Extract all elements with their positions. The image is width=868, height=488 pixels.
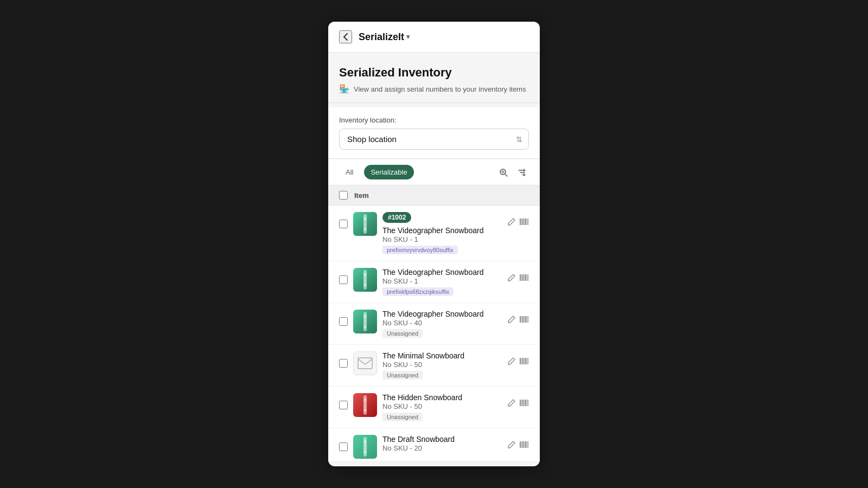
- svg-rect-29: [522, 316, 524, 323]
- barcode-icon-4[interactable]: [519, 357, 529, 368]
- item-checkbox-1[interactable]: [339, 220, 348, 228]
- svg-rect-33: [528, 316, 528, 323]
- svg-rect-48: [522, 400, 524, 406]
- table-row: The Videographer Snowboard No SKU - 1 pr…: [328, 261, 540, 303]
- svg-rect-60: [524, 441, 525, 448]
- svg-rect-40: [527, 358, 527, 364]
- search-filter-button[interactable]: [496, 165, 510, 179]
- page-title: Serialized Inventory: [339, 66, 529, 80]
- barcode-icon-2[interactable]: [519, 273, 529, 284]
- item-image-6: [353, 435, 377, 459]
- svg-rect-52: [528, 400, 528, 406]
- svg-rect-46: [520, 400, 521, 406]
- item-actions-1: [507, 217, 529, 228]
- svg-rect-8: [524, 219, 525, 225]
- location-label: Inventory location:: [339, 116, 529, 124]
- item-image-1: [353, 212, 377, 236]
- svg-rect-58: [521, 441, 522, 448]
- svg-rect-11: [528, 219, 528, 225]
- item-checkbox-2[interactable]: [339, 275, 348, 284]
- serial-badge-1: prefixmvyvrvdvoy80suffix: [382, 246, 458, 254]
- svg-rect-38: [524, 358, 525, 364]
- location-section: Inventory location: Shop location ⇅: [328, 107, 540, 159]
- svg-rect-5: [520, 219, 521, 225]
- svg-point-55: [364, 441, 366, 442]
- item-details-3: The Videographer Snowboard No SKU - 40 U…: [382, 310, 502, 338]
- item-sku-1: No SKU - 1: [382, 235, 502, 243]
- item-actions-6: [507, 440, 529, 451]
- tab-all[interactable]: All: [339, 165, 360, 179]
- svg-rect-9: [525, 219, 526, 225]
- svg-point-45: [364, 409, 366, 411]
- item-checkbox-4[interactable]: [339, 359, 348, 368]
- edit-icon-4[interactable]: [507, 357, 516, 368]
- item-image-4: [353, 351, 377, 375]
- item-sku-6: No SKU - 20: [382, 444, 502, 452]
- item-sku-3: No SKU - 40: [382, 319, 502, 327]
- edit-icon-3[interactable]: [507, 315, 516, 326]
- item-checkbox-5[interactable]: [339, 401, 348, 409]
- edit-icon-2[interactable]: [507, 273, 516, 284]
- item-sku-4: No SKU - 50: [382, 361, 502, 369]
- location-select-wrapper: Shop location ⇅: [339, 129, 529, 150]
- item-actions-2: [507, 273, 529, 284]
- item-details-6: The Draft Snowboard No SKU - 20: [382, 435, 502, 452]
- svg-rect-62: [527, 441, 527, 448]
- svg-rect-28: [521, 316, 522, 323]
- item-checkbox-6[interactable]: [339, 442, 348, 451]
- filter-bar: All Serializable: [328, 159, 540, 185]
- svg-point-26: [364, 326, 366, 328]
- table-row: #1002 The Videographer Snowboard No SKU …: [328, 206, 540, 261]
- edit-icon-5[interactable]: [507, 399, 516, 409]
- svg-rect-34: [358, 358, 372, 369]
- svg-rect-17: [521, 274, 522, 281]
- svg-rect-21: [527, 274, 527, 281]
- serial-badge-2: prefixkfps68zxzqiksuffix: [382, 287, 454, 296]
- item-sku-2: No SKU - 1: [382, 277, 502, 285]
- table-row: The Minimal Snowboard No SKU - 50 Unassi…: [328, 345, 540, 387]
- table-row: The Draft Snowboard No SKU - 20: [328, 428, 540, 461]
- unassigned-badge-5: Unassigned: [382, 413, 423, 421]
- tab-serializable[interactable]: Serializable: [364, 165, 413, 179]
- edit-icon-6[interactable]: [507, 440, 516, 451]
- svg-rect-16: [520, 274, 521, 281]
- item-name-2: The Videographer Snowboard: [382, 268, 502, 277]
- select-all-checkbox[interactable]: [339, 191, 348, 200]
- items-list: #1002 The Videographer Snowboard No SKU …: [328, 206, 540, 461]
- item-actions-3: [507, 315, 529, 326]
- item-name-3: The Videographer Snowboard: [382, 310, 502, 318]
- item-group-1002: #1002 The Videographer Snowboard No SKU …: [328, 206, 540, 261]
- item-name-5: The Hidden Snowboard: [382, 393, 502, 402]
- svg-point-44: [364, 399, 366, 401]
- edit-icon-1[interactable]: [507, 217, 516, 228]
- svg-point-25: [364, 316, 366, 317]
- svg-rect-22: [528, 274, 528, 281]
- item-image-3: [353, 310, 377, 333]
- back-button[interactable]: [339, 30, 352, 43]
- barcode-icon-6[interactable]: [519, 440, 529, 451]
- svg-rect-10: [527, 219, 527, 225]
- svg-rect-6: [521, 219, 522, 225]
- svg-rect-30: [524, 316, 525, 323]
- table-row: The Videographer Snowboard No SKU - 40 U…: [328, 303, 540, 345]
- barcode-icon-3[interactable]: [519, 315, 529, 326]
- barcode-icon-5[interactable]: [519, 399, 529, 409]
- app-chevron-icon: ▾: [406, 33, 410, 41]
- svg-point-3: [364, 218, 366, 220]
- table-header: Item: [328, 185, 540, 206]
- svg-rect-57: [520, 441, 521, 448]
- svg-point-56: [364, 451, 366, 453]
- column-item-label: Item: [354, 191, 369, 200]
- svg-rect-31: [525, 316, 526, 323]
- item-checkbox-3[interactable]: [339, 317, 348, 326]
- table-row: The Hidden Snowboard No SKU - 50 Unassig…: [328, 387, 540, 428]
- item-sku-5: No SKU - 50: [382, 402, 502, 410]
- item-details-5: The Hidden Snowboard No SKU - 50 Unassig…: [382, 393, 502, 421]
- barcode-icon-1[interactable]: [519, 217, 529, 228]
- location-select[interactable]: Shop location: [339, 129, 529, 150]
- sort-button[interactable]: [515, 165, 529, 179]
- svg-rect-49: [524, 400, 525, 406]
- item-name-1: The Videographer Snowboard: [382, 226, 502, 235]
- app-window: SerializeIt ▾ Serialized Inventory 🏪 Vie…: [328, 22, 540, 466]
- svg-rect-27: [520, 316, 521, 323]
